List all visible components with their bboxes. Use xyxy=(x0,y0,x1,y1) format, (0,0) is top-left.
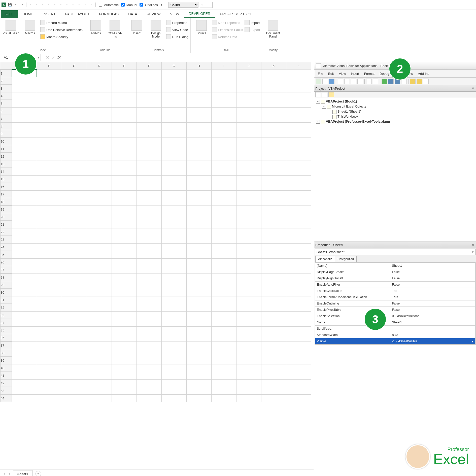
cell[interactable] xyxy=(236,289,261,296)
cell[interactable] xyxy=(261,168,286,175)
cell[interactable] xyxy=(112,175,137,183)
row-header[interactable]: 23 xyxy=(0,236,12,243)
cell[interactable] xyxy=(137,281,161,289)
cell[interactable] xyxy=(186,342,211,349)
cell[interactable] xyxy=(37,175,62,183)
cell[interactable] xyxy=(87,175,112,183)
cell[interactable] xyxy=(62,236,87,243)
column-header[interactable]: C xyxy=(62,62,87,70)
cell[interactable] xyxy=(112,85,137,92)
row-header[interactable]: 14 xyxy=(0,168,12,175)
cell[interactable] xyxy=(62,145,87,153)
cell[interactable] xyxy=(161,70,186,77)
row-header[interactable]: 7 xyxy=(0,115,12,122)
cell[interactable] xyxy=(286,85,311,92)
cell[interactable] xyxy=(261,153,286,160)
cell[interactable] xyxy=(261,175,286,183)
cell[interactable] xyxy=(211,372,236,379)
cell[interactable] xyxy=(286,266,311,274)
cell[interactable] xyxy=(87,145,112,153)
cell[interactable] xyxy=(137,175,161,183)
cell[interactable] xyxy=(62,85,87,92)
cell[interactable] xyxy=(186,289,211,296)
cell[interactable] xyxy=(211,228,236,236)
cell[interactable] xyxy=(286,342,311,349)
cell[interactable] xyxy=(286,274,311,281)
cell[interactable] xyxy=(261,190,286,198)
cell[interactable] xyxy=(211,334,236,342)
cell[interactable] xyxy=(87,243,112,251)
cell[interactable] xyxy=(236,206,261,213)
cell[interactable] xyxy=(186,198,211,206)
cell[interactable] xyxy=(286,168,311,175)
cell[interactable] xyxy=(12,168,37,175)
row-header[interactable]: 39 xyxy=(0,357,12,364)
cell[interactable] xyxy=(211,379,236,387)
cell[interactable] xyxy=(261,85,286,92)
cell[interactable] xyxy=(62,274,87,281)
cell[interactable] xyxy=(186,281,211,289)
cell[interactable] xyxy=(37,77,62,85)
row-header[interactable]: 33 xyxy=(0,311,12,319)
row-header[interactable]: 16 xyxy=(0,183,12,190)
cell[interactable] xyxy=(211,357,236,364)
cell[interactable] xyxy=(87,236,112,243)
row-header[interactable]: 40 xyxy=(0,364,12,372)
cell[interactable] xyxy=(211,70,236,77)
cell[interactable] xyxy=(112,357,137,364)
cell[interactable] xyxy=(261,122,286,130)
cell[interactable] xyxy=(87,100,112,107)
cell[interactable] xyxy=(62,349,87,357)
cell[interactable] xyxy=(211,85,236,92)
tree-node[interactable]: Sheet1 (Sheet1) xyxy=(316,109,474,114)
tab-categorized[interactable]: Categorized xyxy=(335,256,357,262)
row-header[interactable]: 34 xyxy=(0,319,12,326)
qat-icon[interactable]: ▫ xyxy=(77,3,81,7)
cell[interactable] xyxy=(37,319,62,326)
redo-icon[interactable]: ↷ xyxy=(20,3,24,7)
cell[interactable] xyxy=(236,319,261,326)
cell[interactable] xyxy=(161,77,186,85)
row-header[interactable]: 19 xyxy=(0,206,12,213)
cell[interactable] xyxy=(87,206,112,213)
cell[interactable] xyxy=(37,342,62,349)
vbe-break-icon[interactable] xyxy=(388,79,394,84)
row-header[interactable]: 9 xyxy=(0,130,12,138)
cell[interactable] xyxy=(112,304,137,311)
cell[interactable] xyxy=(236,243,261,251)
cell[interactable] xyxy=(186,326,211,334)
cell[interactable] xyxy=(112,145,137,153)
cell[interactable] xyxy=(186,387,211,394)
cell[interactable] xyxy=(12,213,37,221)
cell[interactable] xyxy=(186,213,211,221)
cell[interactable] xyxy=(12,92,37,100)
cell[interactable] xyxy=(286,289,311,296)
cell[interactable] xyxy=(12,138,37,145)
cell[interactable] xyxy=(161,168,186,175)
cell[interactable] xyxy=(62,281,87,289)
row-header[interactable]: 4 xyxy=(0,92,12,100)
cell[interactable] xyxy=(12,281,37,289)
cell[interactable] xyxy=(137,372,161,379)
cell[interactable] xyxy=(211,243,236,251)
cell[interactable] xyxy=(236,107,261,115)
property-row[interactable]: StandardWidth8,43 xyxy=(315,332,475,338)
qat-icon[interactable]: ▫ xyxy=(35,3,39,7)
cell[interactable] xyxy=(286,107,311,115)
cell[interactable] xyxy=(112,115,137,122)
row-header[interactable]: 15 xyxy=(0,175,12,183)
property-row[interactable]: (Name)Sheet1 xyxy=(315,263,475,269)
cell[interactable] xyxy=(37,251,62,258)
view-object-icon[interactable] xyxy=(322,92,327,97)
cell[interactable] xyxy=(112,228,137,236)
cell[interactable] xyxy=(236,122,261,130)
row-header[interactable]: 31 xyxy=(0,296,12,304)
cell[interactable] xyxy=(37,357,62,364)
cell[interactable] xyxy=(261,289,286,296)
cell[interactable] xyxy=(137,190,161,198)
cell[interactable] xyxy=(286,243,311,251)
cell[interactable] xyxy=(236,85,261,92)
row-header[interactable]: 8 xyxy=(0,122,12,130)
automatic-checkbox[interactable]: Automatic xyxy=(98,2,119,7)
property-row[interactable]: EnablePivotTableFalse xyxy=(315,307,475,313)
